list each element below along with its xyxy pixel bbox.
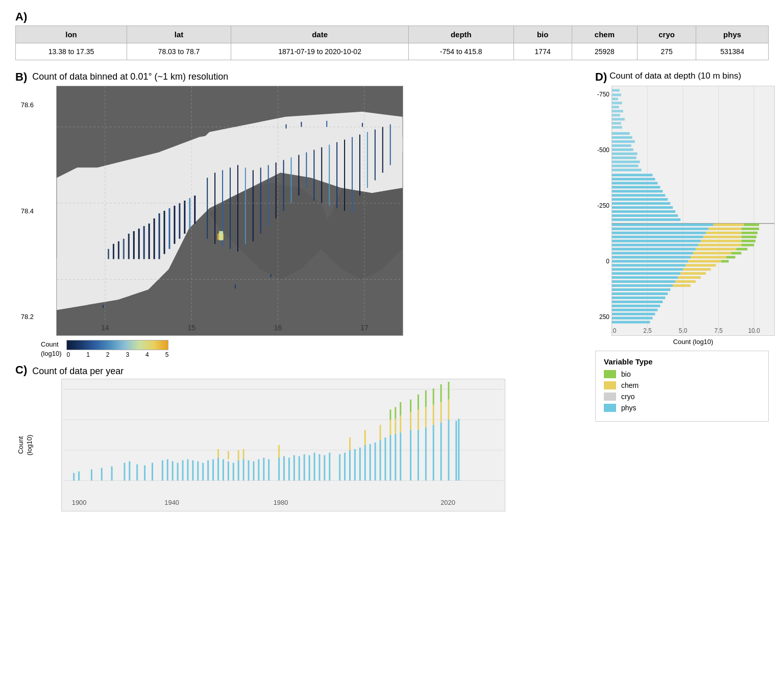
svg-rect-232 [612,252,693,254]
svg-rect-108 [243,449,244,459]
svg-rect-12 [138,229,140,259]
svg-rect-150 [410,400,411,412]
svg-rect-19 [174,206,175,244]
svg-rect-204 [612,194,665,197]
svg-rect-163 [448,420,450,481]
table-cell-3: -754 to 415.8 [409,43,513,60]
svg-rect-30 [253,170,254,241]
svg-rect-140 [389,420,391,435]
svg-rect-191 [612,140,635,143]
svg-rect-107 [243,459,244,481]
svg-rect-34 [283,160,284,211]
svg-rect-52 [301,122,302,127]
svg-rect-129 [349,437,351,450]
svg-rect-210 [612,218,680,221]
chart-c-y-label: Count(log10) [17,435,34,455]
svg-rect-122 [314,453,315,481]
svg-rect-147 [400,402,401,416]
svg-rect-103 [238,460,239,481]
svg-rect-55 [235,284,236,288]
legend-swatch-bio [604,370,616,378]
svg-rect-130 [354,449,356,481]
svg-rect-220 [612,236,703,238]
svg-rect-114 [278,458,280,481]
svg-rect-80 [91,470,92,481]
svg-rect-221 [703,236,742,238]
svg-rect-257 [612,305,660,307]
legend-gradient [66,340,168,350]
svg-rect-126 [339,454,340,481]
svg-rect-253 [612,288,670,291]
legend-label-cryo: cryo [621,393,634,401]
svg-rect-214 [612,228,708,230]
svg-rect-127 [344,453,346,481]
svg-rect-23 [194,195,195,224]
svg-rect-84 [129,461,130,481]
svg-rect-47 [382,127,383,173]
d-y-label-250: -250 [597,202,609,209]
section-c-label: C) [15,363,27,377]
svg-rect-15 [154,218,155,259]
svg-text:1980: 1980 [274,499,288,506]
svg-rect-53 [326,121,327,127]
legend-label-bio: bio [621,370,631,378]
svg-rect-198 [612,169,642,172]
svg-rect-144 [395,407,396,419]
svg-rect-143 [395,419,396,434]
svg-rect-98 [212,459,214,481]
svg-rect-134 [370,444,371,480]
svg-rect-38 [313,150,314,201]
section-d-label: D) [595,70,607,84]
svg-rect-154 [425,428,427,481]
svg-rect-234 [731,252,742,254]
svg-rect-18 [168,208,170,249]
svg-rect-216 [741,228,759,230]
svg-rect-235 [612,256,691,258]
svg-rect-29 [245,167,246,243]
svg-rect-223 [612,240,701,242]
svg-rect-56 [271,274,272,277]
section-b-label: B) [15,70,27,84]
svg-text:2020: 2020 [440,499,455,506]
svg-rect-159 [433,388,434,405]
table-header-depth: depth [409,26,513,43]
svg-rect-16 [159,213,160,259]
svg-rect-137 [380,425,381,440]
d-y-label-500: -500 [597,146,609,154]
svg-rect-45 [367,132,368,188]
svg-rect-91 [177,463,179,481]
panel-b: B) Count of data binned at 0.01° (~1 km)… [15,70,590,358]
svg-rect-245 [612,272,680,275]
svg-rect-22 [189,198,190,229]
svg-rect-145 [400,433,401,481]
section-a-label: A) [15,10,769,23]
panel-c-title: Count of data per year [32,366,124,377]
svg-rect-115 [278,445,280,458]
svg-rect-10 [128,234,130,259]
svg-rect-100 [223,459,224,481]
svg-rect-81 [101,468,103,481]
svg-text:1940: 1940 [164,499,179,506]
svg-rect-187 [612,122,621,125]
svg-rect-85 [136,464,138,481]
svg-rect-180 [612,93,621,96]
svg-rect-242 [685,264,716,266]
svg-rect-183 [612,106,619,108]
table-header-date: date [231,26,409,43]
svg-rect-120 [304,454,305,481]
chart-d-x-label: Count (log10) [611,338,775,346]
svg-rect-207 [612,206,673,209]
data-table: lonlatdatedepthbiochemcryophys 13.38 to … [15,26,769,60]
table-header-bio: bio [513,26,572,43]
svg-rect-42 [344,140,345,211]
svg-rect-222 [741,236,756,238]
d-y-label-750: -750 [597,91,609,98]
svg-rect-24 [207,178,208,239]
chart-d: 0.0 2.5 5.0 7.5 10.0 [611,86,775,336]
panel-b-title: Count of data binned at 0.01° (~1 km) re… [32,71,228,82]
svg-rect-96 [202,463,204,481]
svg-rect-238 [612,260,688,262]
table-header-chem: chem [572,26,637,43]
svg-rect-152 [418,410,419,430]
legend-swatch-chem [604,381,616,389]
